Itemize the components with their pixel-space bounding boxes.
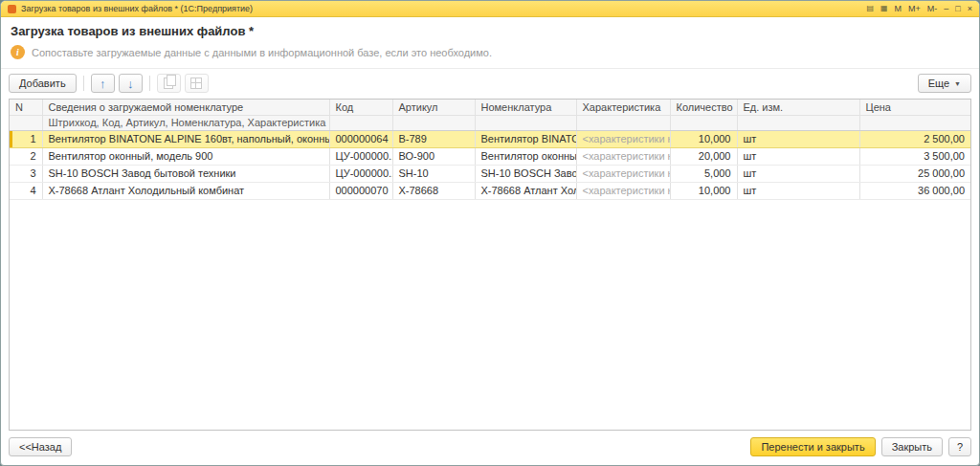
arrow-down-icon: ↓ <box>127 78 134 90</box>
app-window: Загрузка товаров из внешних файлов * (1С… <box>0 0 980 466</box>
cell-characteristic[interactable]: <характеристики не и... <box>576 147 670 165</box>
cell-article[interactable]: Х-78668 <box>392 182 475 199</box>
copy-icon <box>164 78 173 89</box>
1c-app-icon <box>8 5 16 13</box>
cell-info[interactable]: Х-78668 Атлант Холодильный комбинат <box>42 182 329 199</box>
info-icon: i <box>11 45 25 59</box>
column-header-price[interactable]: Цена <box>859 100 970 115</box>
cell-n[interactable]: 2 <box>10 147 42 165</box>
fill-table-button <box>185 74 209 93</box>
cell-nomenclature[interactable]: Вентилятор оконный,... <box>475 147 576 165</box>
window-titlebar: Загрузка товаров из внешних файлов * (1С… <box>1 1 979 17</box>
back-button[interactable]: <<Назад <box>9 437 72 456</box>
memory-button[interactable]: M <box>895 4 902 13</box>
cell-price[interactable]: 3 500,00 <box>859 147 970 165</box>
copy-button <box>157 74 181 93</box>
cell-code[interactable]: 000000064 <box>329 130 392 147</box>
cell-price[interactable]: 36 000,00 <box>859 182 970 199</box>
footer-bar: <<Назад Перенести и закрыть Закрыть ? <box>1 431 979 465</box>
maximize-button[interactable]: □ <box>955 4 960 13</box>
cell-nomenclature[interactable]: Х-78668 Атлант Холо... <box>475 182 576 199</box>
table-row[interactable]: 2 Вентилятор оконный, модель 900 ЦУ-0000… <box>10 147 970 165</box>
hint-row: i Сопоставьте загружаемые данные с данны… <box>1 38 979 69</box>
table-row[interactable]: 4 Х-78668 Атлант Холодильный комбинат 00… <box>10 182 970 199</box>
cell-n[interactable]: 4 <box>10 182 42 199</box>
column-header-quantity[interactable]: Количество <box>670 100 737 115</box>
toolbar-separator <box>149 76 150 91</box>
items-table: N Сведения о загружаемой номенклатуре Ко… <box>10 100 970 200</box>
table-header: N Сведения о загружаемой номенклатуре Ко… <box>10 100 970 130</box>
column-header-n[interactable]: N <box>10 100 42 115</box>
cell-quantity[interactable]: 10,000 <box>670 182 737 199</box>
cell-quantity[interactable]: 20,000 <box>670 147 737 165</box>
cell-code[interactable]: 000000070 <box>329 182 392 199</box>
column-header-article[interactable]: Артикул <box>392 100 475 115</box>
move-down-button[interactable]: ↓ <box>119 74 143 93</box>
cell-price[interactable]: 2 500,00 <box>859 130 970 147</box>
cell-code[interactable]: ЦУ-000000... <box>329 147 392 165</box>
cell-n[interactable]: 1 <box>10 130 42 147</box>
page-header: Загрузка товаров из внешних файлов * <box>1 17 979 38</box>
table-row[interactable]: 3 SH-10 BOSCH Завод бытовой техники ЦУ-0… <box>10 165 970 182</box>
move-up-button[interactable]: ↑ <box>91 74 115 93</box>
column-header-nomenclature[interactable]: Номенклатура <box>475 100 576 115</box>
cell-info[interactable]: Вентилятор оконный, модель 900 <box>42 147 329 165</box>
cell-unit[interactable]: шт <box>737 147 859 165</box>
cell-unit[interactable]: шт <box>737 182 859 199</box>
table-row[interactable]: 1 Вентилятор BINATONE ALPINE 160вт, напо… <box>10 130 970 147</box>
cell-code[interactable]: ЦУ-000000... <box>329 165 392 182</box>
column-subheader-info: Штрихкод, Код, Артикул, Номенклатура, Ха… <box>42 115 329 130</box>
close-button[interactable]: × <box>968 4 972 13</box>
cell-n[interactable]: 3 <box>10 165 42 182</box>
toolbar-separator <box>83 76 84 91</box>
column-subheader-empty <box>10 115 42 130</box>
items-table-frame: N Сведения о загружаемой номенклатуре Ко… <box>9 99 971 431</box>
chevron-down-icon: ▼ <box>954 80 961 87</box>
cell-quantity[interactable]: 10,000 <box>670 130 737 147</box>
cell-nomenclature[interactable]: SH-10 BOSCH Завод... <box>475 165 576 182</box>
column-header-unit[interactable]: Ед. изм. <box>737 100 859 115</box>
transfer-and-close-button[interactable]: Перенести и закрыть <box>750 437 875 456</box>
grid-icon[interactable]: ▦ <box>880 4 888 13</box>
column-header-code[interactable]: Код <box>329 100 392 115</box>
cell-quantity[interactable]: 5,000 <box>670 165 737 182</box>
more-button[interactable]: Еще ▼ <box>918 74 971 93</box>
minimize-button[interactable]: – <box>944 4 948 13</box>
cell-characteristic[interactable]: <характеристики не и... <box>576 165 670 182</box>
column-header-characteristic[interactable]: Характеристика <box>576 100 670 115</box>
add-button[interactable]: Добавить <box>9 74 77 93</box>
memory-plus-button[interactable]: M+ <box>908 4 921 13</box>
column-header-info[interactable]: Сведения о загружаемой номенклатуре <box>42 100 329 115</box>
cell-characteristic[interactable]: <характеристики не и... <box>576 130 670 147</box>
cell-characteristic[interactable]: <характеристики не и... <box>576 182 670 199</box>
panel-icon[interactable]: ▤ <box>866 4 874 13</box>
cell-unit[interactable]: шт <box>737 165 859 182</box>
help-button[interactable]: ? <box>948 437 971 456</box>
more-label: Еще <box>928 78 949 89</box>
cell-article[interactable]: ВО-900 <box>392 147 475 165</box>
cell-price[interactable]: 25 000,00 <box>859 165 970 182</box>
close-form-button[interactable]: Закрыть <box>881 437 943 456</box>
memory-minus-button[interactable]: M- <box>927 4 938 13</box>
cell-article[interactable]: SH-10 <box>392 165 475 182</box>
cell-info[interactable]: SH-10 BOSCH Завод бытовой техники <box>42 165 329 182</box>
toolbar: Добавить ↑ ↓ Еще ▼ <box>1 69 979 99</box>
cell-info[interactable]: Вентилятор BINATONE ALPINE 160вт, наполь… <box>42 130 329 147</box>
table-icon <box>190 78 202 89</box>
cell-nomenclature[interactable]: Вентилятор BINATON... <box>475 130 576 147</box>
arrow-up-icon: ↑ <box>100 78 106 90</box>
cell-unit[interactable]: шт <box>737 130 859 147</box>
page-title: Загрузка товаров из внешних файлов * <box>11 24 969 38</box>
window-title: Загрузка товаров из внешних файлов * (1С… <box>21 4 861 13</box>
table-body: 1 Вентилятор BINATONE ALPINE 160вт, напо… <box>10 130 970 199</box>
hint-text: Сопоставьте загружаемые данные с данными… <box>32 47 492 58</box>
cell-article[interactable]: В-789 <box>392 130 475 147</box>
